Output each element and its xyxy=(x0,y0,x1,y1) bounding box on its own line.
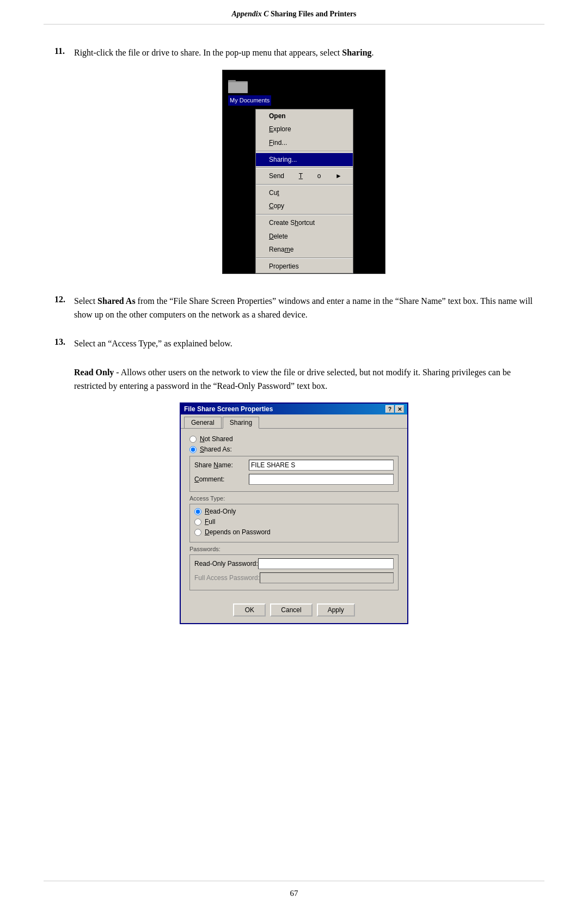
step-13: 13. Select an “Access Type,” as explaine… xyxy=(54,337,534,351)
cm-cut[interactable]: Cut xyxy=(256,186,353,200)
share-name-input[interactable] xyxy=(249,460,394,471)
step-12-text: Select Shared As from the “File Share Sc… xyxy=(74,295,534,322)
radio-depends-label: Depends on Password xyxy=(205,528,271,536)
radio-full-row: Full xyxy=(194,518,394,526)
full-access-password-row: Full Access Password: xyxy=(194,572,394,583)
dialog-body: Not Shared Shared As: Share Name: xyxy=(181,429,407,599)
radio-depends[interactable] xyxy=(194,529,201,536)
page-container: Appendix C Sharing Files and Printers 11… xyxy=(0,0,588,909)
cm-sendto[interactable]: Send To ► xyxy=(256,169,353,183)
share-name-row: Share Name: xyxy=(194,460,394,471)
radio-full[interactable] xyxy=(194,518,201,526)
cm-sep-4 xyxy=(256,214,353,215)
cm-copy[interactable]: Copy xyxy=(256,199,353,213)
comment-input[interactable] xyxy=(249,474,394,485)
step-12-number: 12. xyxy=(54,295,74,304)
step-11: 11. Right-click the file or drive to sha… xyxy=(54,46,534,279)
cm-sep-2 xyxy=(256,167,353,168)
radio-not-shared[interactable] xyxy=(189,436,197,443)
step-12-part2: from the “File Share Screen Properties” … xyxy=(74,296,532,319)
dialog-screenshot: File Share Screen Properties ? ✕ General… xyxy=(180,402,408,624)
step-13-number: 13. xyxy=(54,337,74,347)
folder-icon xyxy=(228,78,248,93)
comment-label: Comment: xyxy=(194,475,249,483)
access-type-section-label: Access Type: xyxy=(189,495,399,502)
page-content: 11. Right-click the file or drive to sha… xyxy=(44,25,544,881)
radio-read-only-label: Read-Only xyxy=(205,508,236,515)
step-12-part1: Select xyxy=(74,296,97,306)
sub-para-definition: - Allows other users on the network to v… xyxy=(74,368,511,391)
cm-delete[interactable]: Delete xyxy=(256,230,353,243)
share-name-label: Share Name: xyxy=(194,461,249,469)
full-access-password-input xyxy=(260,572,394,583)
cm-sep-5 xyxy=(256,258,353,259)
step-11-part2: . xyxy=(372,48,374,57)
dialog-footer: OK Cancel Apply xyxy=(181,599,407,623)
cm-sep-1 xyxy=(256,151,353,152)
passwords-group: Read-Only Password: Full Access Password… xyxy=(189,554,399,590)
svg-rect-2 xyxy=(228,80,236,82)
step-13-part1: Select an “Access Type,” as explained be… xyxy=(74,339,232,348)
radio-not-shared-label: Not Shared xyxy=(200,435,233,443)
step-13-text: Select an “Access Type,” as explained be… xyxy=(74,337,534,351)
folder-area: My Documents xyxy=(223,70,385,109)
cm-open[interactable]: Open xyxy=(256,109,353,123)
step-12-bold1: Shared As xyxy=(97,296,136,306)
folder-label: My Documents xyxy=(228,95,271,106)
radio-not-shared-row: Not Shared xyxy=(189,435,399,443)
svg-rect-1 xyxy=(228,82,248,93)
apply-button[interactable]: Apply xyxy=(317,603,355,617)
cm-properties[interactable]: Properties xyxy=(256,260,353,273)
titlebar-controls: ? ✕ xyxy=(385,405,404,413)
page-footer: 67 xyxy=(44,881,544,909)
sub-para-term: Read Only xyxy=(74,368,114,377)
tab-sharing[interactable]: Sharing xyxy=(223,417,259,429)
ok-button[interactable]: OK xyxy=(233,603,266,617)
page-number: 67 xyxy=(290,889,298,898)
context-menu: Open Explore Find... Sharing... Send To … xyxy=(255,109,353,274)
read-only-password-input[interactable] xyxy=(258,558,394,569)
access-type-group: Read-Only Full Depends on Password xyxy=(189,504,399,542)
step-11-part1: Right-click the file or drive to share. … xyxy=(74,48,342,57)
radio-depends-row: Depends on Password xyxy=(194,528,394,536)
context-menu-screenshot-container: My Documents Open Explore Find... Sharin… xyxy=(74,70,534,274)
read-only-password-row: Read-Only Password: xyxy=(194,558,394,569)
close-button[interactable]: ✕ xyxy=(395,405,404,413)
passwords-section-label: Passwords: xyxy=(189,546,399,552)
radio-read-only[interactable] xyxy=(194,508,201,515)
shared-as-group: Share Name: Comment: xyxy=(189,456,399,492)
radio-shared-as[interactable] xyxy=(189,446,197,453)
dialog-title: File Share Screen Properties xyxy=(184,405,273,413)
radio-shared-as-label: Shared As: xyxy=(200,446,232,453)
full-access-password-label: Full Access Password: xyxy=(194,574,260,582)
header-title: Sharing Files and Printers xyxy=(271,10,357,18)
cm-sharing[interactable]: Sharing... xyxy=(256,153,353,167)
dialog-screenshot-container: File Share Screen Properties ? ✕ General… xyxy=(54,402,534,624)
cm-find[interactable]: Find... xyxy=(256,136,353,150)
dialog-titlebar: File Share Screen Properties ? ✕ xyxy=(181,404,407,414)
step-11-number: 11. xyxy=(54,46,74,56)
read-only-password-label: Read-Only Password: xyxy=(194,560,258,568)
cm-explore[interactable]: Explore xyxy=(256,123,353,136)
step-11-text: Right-click the file or drive to share. … xyxy=(74,46,534,279)
tab-general[interactable]: General xyxy=(184,417,222,428)
appendix-label: Appendix C xyxy=(231,10,268,18)
radio-shared-as-row: Shared As: xyxy=(189,446,399,453)
sub-paragraph: Read Only - Allows other users on the ne… xyxy=(74,366,534,393)
arrow-icon: ► xyxy=(335,171,342,181)
help-button[interactable]: ? xyxy=(385,405,394,413)
page-header: Appendix C Sharing Files and Printers xyxy=(44,0,544,25)
cancel-button[interactable]: Cancel xyxy=(270,603,312,617)
comment-row: Comment: xyxy=(194,474,394,485)
context-menu-screenshot: My Documents Open Explore Find... Sharin… xyxy=(222,70,385,274)
step-11-bold: Sharing xyxy=(342,48,371,57)
cm-create-shortcut[interactable]: Create Shortcut xyxy=(256,216,353,230)
dialog-tabs: General Sharing xyxy=(181,414,407,429)
radio-full-label: Full xyxy=(205,518,215,526)
cm-sep-3 xyxy=(256,184,353,185)
step-12: 12. Select Shared As from the “File Shar… xyxy=(54,295,534,322)
cm-rename[interactable]: Rename xyxy=(256,243,353,257)
radio-read-only-row: Read-Only xyxy=(194,508,394,515)
